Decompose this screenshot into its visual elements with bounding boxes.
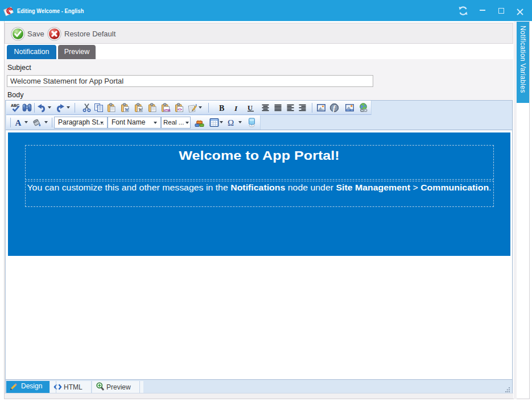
svg-text:A: A bbox=[15, 118, 22, 127]
svg-text:U: U bbox=[248, 104, 253, 112]
svg-text:Ω: Ω bbox=[228, 118, 234, 127]
svg-text:W: W bbox=[125, 107, 129, 113]
svg-text:HTML: HTML bbox=[164, 109, 171, 112]
svg-text:W: W bbox=[138, 107, 143, 113]
svg-text:<>: <> bbox=[178, 107, 182, 111]
svg-text:I: I bbox=[234, 104, 238, 113]
svg-text:B: B bbox=[219, 104, 224, 113]
